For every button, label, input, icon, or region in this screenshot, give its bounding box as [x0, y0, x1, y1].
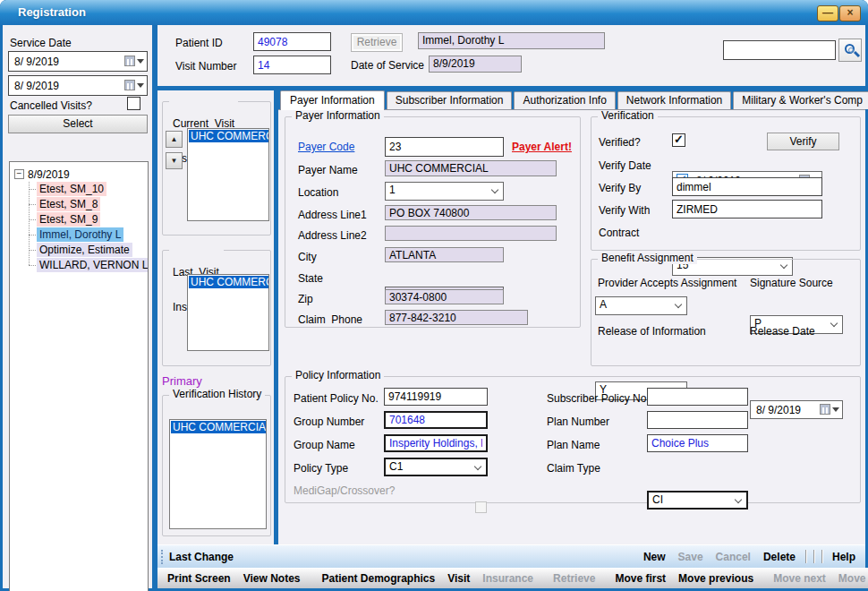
plan-number-label: Plan Number — [547, 415, 609, 428]
verification-history-title: Verification History — [169, 389, 265, 400]
zip-field: 30374-0800 — [385, 289, 504, 304]
cancel-button[interactable]: Cancel — [710, 551, 757, 563]
retrieve-toolbar-button[interactable]: Retrieve — [547, 572, 601, 585]
address-line1-field: PO BOX 740800 — [385, 205, 557, 220]
policy-type-select[interactable]: C1 — [384, 458, 488, 476]
new-button[interactable]: New — [637, 551, 672, 563]
move-last-button[interactable]: Move last — [832, 572, 868, 585]
claim-type-select[interactable]: CI — [647, 491, 748, 510]
list-item[interactable]: UHC COMMERCIAL — [171, 421, 267, 433]
retrieve-button[interactable]: Retrieve — [351, 33, 403, 52]
contract-label: Contract — [599, 227, 639, 239]
payer-name-field: UHC COMMERCIAL — [385, 160, 557, 176]
payer-code-link[interactable]: Payer Code — [298, 141, 354, 153]
close-icon[interactable]: × — [839, 5, 861, 21]
location-select[interactable]: 1 — [385, 182, 504, 201]
release-of-information-label: Release of Information — [598, 325, 706, 338]
minimize-icon[interactable]: — — [817, 5, 838, 21]
insurance-button[interactable]: Insurance — [476, 572, 540, 585]
benefit-assignment-group: Benefit Assignment Provider Accepts Assi… — [591, 259, 861, 366]
tab-military-workers-comp[interactable]: Military & Worker's Comp — [733, 91, 868, 109]
provider-accepts-assignment-select[interactable]: A — [595, 296, 687, 315]
view-notes-button[interactable]: View Notes — [237, 572, 307, 585]
move-insurance-up-button[interactable]: ▲ — [166, 131, 183, 148]
verify-with-input[interactable] — [672, 200, 822, 218]
last-insurance-listbox: UHC COMMERCIAL — [187, 274, 269, 351]
tree-item: Etest, SM_10 — [37, 182, 148, 197]
service-date-to-picker[interactable]: 8/ 9/2019 — [8, 75, 148, 96]
address-line2-label: Address Line2 — [298, 229, 367, 242]
group-name-input[interactable] — [384, 434, 488, 452]
group-name-label: Group Name — [294, 439, 355, 451]
plan-name-input[interactable] — [647, 434, 748, 452]
delete-button[interactable]: Delete — [757, 551, 802, 563]
tab-network-information[interactable]: Network Information — [617, 91, 731, 109]
list-item[interactable]: UHC COMMERCIAL — [189, 130, 269, 142]
move-insurance-down-button[interactable]: ▼ — [166, 152, 183, 169]
verify-by-input[interactable] — [672, 177, 822, 196]
move-previous-button[interactable]: Move previous — [672, 572, 760, 585]
claim-phone-field: 877-842-3210 — [385, 310, 528, 325]
verify-with-label: Verify With — [599, 204, 650, 217]
service-date-panel: Service Date 8/ 9/2019 8/ 9/2019 Cancell… — [3, 25, 152, 588]
service-date-from-picker[interactable]: 8/ 9/2019 — [8, 51, 148, 72]
last-change-button[interactable]: Last Change — [169, 551, 234, 563]
toolbar-grip[interactable] — [161, 550, 164, 564]
patient-policy-input[interactable] — [384, 388, 488, 406]
patient-header: Patient ID Visit Number Retrieve Immel, … — [157, 25, 865, 86]
visit-number-input[interactable] — [253, 56, 331, 74]
city-field: ATLANTA — [385, 247, 504, 262]
search-button[interactable] — [838, 39, 862, 62]
calendar-icon — [124, 56, 135, 66]
provider-accepts-assignment-label: Provider Accepts Assignment — [598, 277, 736, 289]
cancelled-visits-checkbox[interactable] — [127, 97, 140, 110]
tree-item-selected: Immel, Dorothy L — [37, 227, 148, 243]
tab-authorization-info[interactable]: Authorization Info — [514, 91, 615, 109]
chevron-down-icon[interactable] — [137, 59, 144, 64]
current-visit-insurance-group: Current Visit Insurance ▲ ▼ UHC COMMERCI… — [162, 101, 271, 236]
verification-history-listbox: UHC COMMERCIAL — [169, 419, 267, 529]
search-input[interactable] — [723, 40, 836, 60]
primary-label: Primary — [162, 374, 202, 388]
payer-alert-link[interactable]: Payer Alert! — [512, 141, 572, 153]
patient-id-input[interactable] — [253, 32, 331, 51]
tab-subscriber-information[interactable]: Subscriber Information — [387, 91, 513, 109]
verified-label: Verified? — [599, 136, 641, 149]
zip-label: Zip — [298, 293, 313, 305]
print-screen-button[interactable]: Print Screen — [161, 572, 237, 585]
city-label: City — [298, 251, 317, 263]
date-of-service-field: 8/9/2019 — [429, 56, 522, 73]
verified-checkbox[interactable] — [672, 133, 685, 147]
visit-button[interactable]: Visit — [441, 572, 476, 585]
chevron-down-icon — [830, 320, 838, 327]
chevron-down-icon — [735, 496, 742, 503]
subscriber-policy-input[interactable] — [647, 388, 748, 406]
state-label: State — [298, 272, 323, 285]
subscriber-policy-label: Subscriber Policy No. — [547, 392, 650, 405]
verify-button[interactable]: Verify — [767, 133, 839, 150]
policy-type-label: Policy Type — [294, 462, 348, 475]
registration-window: Registration — × Service Date 8/ 9/2019 … — [0, 0, 868, 591]
plan-number-input[interactable] — [647, 411, 748, 429]
service-date-from-value: 8/ 9/2019 — [14, 56, 59, 68]
payer-code-input[interactable] — [385, 137, 504, 157]
patient-id-label: Patient ID — [175, 37, 223, 49]
help-button[interactable]: Help — [826, 551, 862, 563]
tree-root-date[interactable]: 8/9/2019 — [28, 168, 70, 181]
group-number-input[interactable] — [384, 411, 488, 429]
cancelled-visits-label: Cancelled Visits? — [10, 99, 92, 112]
chevron-down-icon[interactable] — [137, 83, 144, 88]
move-next-button[interactable]: Move next — [767, 572, 832, 585]
visit-tree: − 8/9/2019 Etest, SM_10 Etest, SM_8 Etes… — [9, 161, 149, 591]
select-button[interactable]: Select — [8, 115, 148, 133]
save-button[interactable]: Save — [672, 551, 710, 563]
list-item[interactable]: UHC COMMERCIAL — [189, 276, 269, 288]
patient-demographics-button[interactable]: Patient Demographics — [316, 572, 442, 585]
tree-collapse-icon[interactable]: − — [14, 169, 24, 179]
chevron-down-icon — [675, 301, 682, 308]
move-first-button[interactable]: Move first — [608, 572, 672, 585]
tab-payer-information[interactable]: Payer Information — [280, 90, 385, 110]
current-insurance-listbox: UHC COMMERCIAL — [187, 128, 269, 221]
search-icon — [845, 44, 855, 54]
window-title: Registration — [18, 5, 86, 19]
